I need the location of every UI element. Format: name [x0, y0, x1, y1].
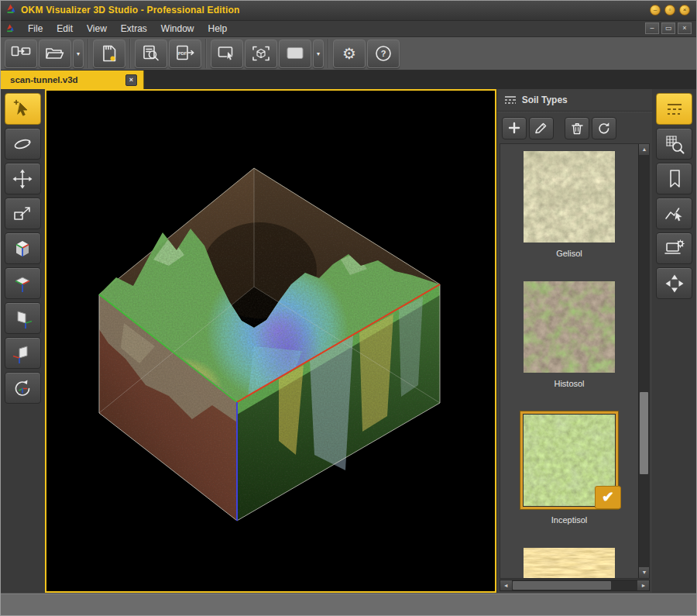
laptop-gear-icon: [663, 237, 686, 260]
tab-label: scan-tunnel.v3d: [10, 75, 78, 84]
fit-3d-view-button[interactable]: [245, 40, 277, 68]
delete-soil-button[interactable]: [565, 117, 589, 139]
scroll-left-icon[interactable]: ◄: [500, 580, 512, 590]
right-tool-column: [652, 89, 696, 593]
help-icon: ?: [373, 44, 393, 63]
doc-restore-button[interactable]: ▭: [661, 22, 675, 34]
front-view-tool[interactable]: [5, 337, 41, 369]
gear-icon: ⚙: [339, 44, 359, 63]
print-preview-button[interactable]: [135, 40, 167, 68]
soil-item-gelisol[interactable]: Gelisol: [524, 151, 615, 261]
soil-item-histosol[interactable]: Histosol: [524, 281, 615, 391]
soil-label: Histosol: [554, 379, 584, 391]
scroll-up-icon[interactable]: ▲: [639, 144, 649, 155]
open-file-dropdown[interactable]: ▾: [73, 40, 84, 68]
maximize-button[interactable]: ▫: [664, 5, 675, 15]
soil-actions-toolbar: [497, 112, 653, 143]
edit-soil-button[interactable]: [529, 117, 554, 139]
soil-label: Inceptisol: [551, 515, 587, 528]
refresh-icon: [596, 120, 613, 136]
signal-line-icon: [663, 202, 686, 225]
soil-item-inceptisol[interactable]: ✔ Inceptisol: [520, 411, 618, 528]
toolbar-separator: [88, 39, 89, 68]
soil-thumbnail[interactable]: [524, 281, 615, 373]
doc-minimize-button[interactable]: –: [645, 22, 659, 34]
toolbar-separator: [129, 39, 131, 68]
soil-item-partial[interactable]: [524, 548, 615, 578]
remote-screen-button[interactable]: [211, 40, 243, 68]
grid-search-tool[interactable]: [656, 128, 692, 160]
nav-pad-icon: [663, 272, 686, 295]
save-card-icon: [99, 44, 119, 63]
cube-brackets-icon: [251, 44, 271, 63]
iso-cube-icon: [11, 237, 34, 260]
bookmarks-tool[interactable]: [656, 163, 692, 194]
orbit-rotate-tool[interactable]: [5, 128, 41, 160]
color-swatch-icon: [285, 44, 305, 63]
horizontal-scroll-track[interactable]: [512, 580, 638, 590]
help-button[interactable]: ?: [367, 40, 400, 68]
soil-types-tool[interactable]: [656, 93, 692, 125]
menu-bar: File Edit View Extras Window Help – ▭ ×: [1, 21, 696, 38]
background-color-dropdown[interactable]: ▾: [313, 40, 324, 68]
soil-panel-title: Soil Types: [522, 95, 568, 105]
3d-viewport[interactable]: [45, 89, 496, 593]
screen-pointer-icon: [217, 44, 237, 63]
document-logo-icon: [5, 22, 15, 36]
select-pointer-tool[interactable]: [5, 93, 41, 125]
resize-icon: [11, 202, 34, 225]
vertical-scroll-thumb[interactable]: [640, 392, 648, 474]
soil-thumbnail[interactable]: [524, 151, 615, 243]
pan-move-tool[interactable]: [5, 163, 41, 194]
move-arrows-icon: [11, 167, 34, 191]
main-toolbar: ▾ PDF: [1, 37, 696, 71]
menu-file[interactable]: File: [21, 22, 50, 36]
app-window: OKM Visualizer 3D Studio - Professional …: [0, 0, 697, 616]
device-settings-tool[interactable]: [656, 232, 692, 264]
scroll-right-icon[interactable]: ►: [637, 580, 649, 590]
menu-edit[interactable]: Edit: [50, 22, 80, 36]
soil-thumbnail[interactable]: [524, 548, 615, 578]
soil-layers-icon: [504, 95, 517, 105]
svg-text:PDF: PDF: [178, 51, 187, 56]
doc-close-button[interactable]: ×: [678, 22, 692, 34]
refresh-soil-button[interactable]: [592, 117, 616, 139]
add-soil-button[interactable]: [502, 117, 527, 139]
horizontal-scrollbar[interactable]: ◄ ►: [500, 580, 651, 591]
export-pdf-button[interactable]: PDF: [169, 40, 201, 68]
reset-rotation-tool[interactable]: [5, 372, 41, 404]
background-color-button[interactable]: [279, 40, 311, 68]
zoom-resize-tool[interactable]: [5, 198, 41, 229]
navigation-pad-tool[interactable]: [656, 267, 692, 299]
save-scan-button[interactable]: [93, 40, 125, 68]
toolbar-separator: [328, 39, 329, 68]
top-view-tool[interactable]: [5, 267, 41, 299]
bookmark-icon: [663, 167, 686, 191]
soil-scan-3d-scene: [46, 91, 495, 591]
open-file-button[interactable]: [39, 40, 71, 68]
horizontal-scroll-thumb[interactable]: [513, 581, 611, 590]
tab-close-icon[interactable]: ×: [125, 74, 137, 86]
soil-thumbnail-selected[interactable]: ✔: [520, 411, 618, 509]
menu-help[interactable]: Help: [201, 22, 235, 36]
minimize-button[interactable]: –: [650, 5, 661, 15]
menu-window[interactable]: Window: [154, 22, 201, 36]
signal-analysis-tool[interactable]: [656, 198, 692, 229]
menu-extras[interactable]: Extras: [114, 22, 154, 36]
isometric-view-tool[interactable]: [5, 232, 41, 264]
side-view-tool[interactable]: [5, 302, 41, 334]
new-scan-button[interactable]: [5, 40, 37, 68]
side-view-icon: [11, 307, 34, 330]
tab-scan-tunnel[interactable]: scan-tunnel.v3d ×: [1, 71, 144, 89]
svg-text:▾: ▾: [77, 50, 80, 57]
settings-button[interactable]: ⚙: [333, 40, 366, 68]
scroll-down-icon[interactable]: ▼: [639, 567, 649, 578]
gelisol-texture: [524, 151, 615, 243]
menu-view[interactable]: View: [80, 22, 114, 36]
soil-types-icon: [663, 98, 686, 121]
close-button[interactable]: ×: [679, 5, 690, 15]
vertical-scrollbar[interactable]: ▲ ▼: [638, 144, 649, 578]
svg-text:?: ?: [381, 49, 386, 58]
grid-search-icon: [663, 132, 686, 156]
left-tool-column: [1, 89, 45, 593]
